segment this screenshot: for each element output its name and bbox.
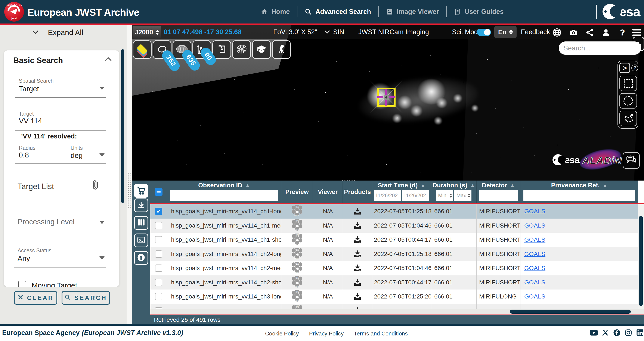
nav-user-guides[interactable]: User Guides — [447, 8, 511, 15]
download-product-button[interactable] — [343, 219, 372, 233]
sort-asc-icon[interactable]: ▲ — [603, 182, 608, 188]
collapse-icon[interactable] — [104, 57, 112, 62]
nav-home[interactable]: Home — [253, 8, 297, 15]
stepper-icon[interactable] — [468, 194, 470, 198]
table-row[interactable]: hlsp_goals_jwst_miri-mrs_vv114_ch2-short… — [150, 275, 638, 290]
share-icon[interactable] — [585, 28, 594, 37]
download-product-button[interactable] — [343, 233, 372, 247]
duration-max-filter[interactable] — [454, 190, 468, 201]
help-circle-icon[interactable]: ? — [632, 64, 638, 71]
education-mode-button[interactable] — [252, 40, 271, 59]
panel-open-button[interactable]: > — [620, 63, 630, 73]
dropdown-arrow-icon[interactable] — [100, 256, 104, 260]
preview-thumbnail[interactable]: NOT AVAILABLE — [282, 275, 313, 290]
column-observation-id[interactable]: Observation ID▲ — [167, 181, 282, 203]
select-rectangle-button[interactable] — [620, 76, 637, 91]
terms-link[interactable]: Terms and Conditions — [354, 330, 408, 337]
units-select[interactable]: deg — [70, 151, 83, 160]
chevron-down-icon[interactable] — [324, 30, 330, 35]
feedback-chat-button[interactable] — [622, 152, 640, 169]
table-vertical-scrollbar-track[interactable] — [638, 204, 644, 309]
target-input[interactable] — [19, 117, 100, 125]
sidebar-resize-handle[interactable] — [128, 172, 131, 209]
nav-advanced-search[interactable]: Advanced Search — [298, 8, 378, 15]
row-checkbox[interactable] — [155, 222, 162, 229]
download-product-button[interactable] — [343, 204, 372, 219]
table-row[interactable]: hlsp_goals_jwst_miri-mrs_vv114_ch2-long_… — [150, 247, 638, 261]
select-circle-button[interactable] — [620, 93, 637, 108]
paperclip-icon[interactable] — [91, 179, 100, 191]
observation-id-filter[interactable] — [170, 190, 278, 201]
preview-thumbnail[interactable]: NOT AVAILABLE — [282, 233, 313, 247]
row-checkbox[interactable] — [155, 279, 162, 286]
sci-mode-toggle[interactable] — [477, 29, 491, 36]
start-time-to-filter[interactable] — [402, 190, 429, 201]
provenance-link[interactable]: GOALS — [524, 236, 546, 243]
cookie-policy-link[interactable]: Cookie Policy — [265, 330, 299, 337]
download-product-button[interactable] — [343, 290, 372, 304]
provenance-link[interactable]: GOALS — [524, 208, 546, 215]
table-row[interactable]: hlsp_goals_jwst_miri-mrs_vv114_ch1-long_… — [150, 204, 638, 219]
feedback-link[interactable]: Feedback — [521, 25, 550, 39]
row-checkbox[interactable] — [155, 208, 162, 215]
help-icon[interactable]: ? — [618, 28, 627, 37]
clear-button[interactable]: CLEAR — [14, 291, 57, 305]
x-icon[interactable] — [601, 329, 609, 337]
contours-button[interactable] — [232, 40, 251, 59]
sidebar-scrollbar[interactable] — [121, 49, 124, 203]
provenance-link[interactable]: GOALS — [524, 279, 546, 286]
download-product-button[interactable] — [343, 304, 372, 309]
table-vertical-scrollbar[interactable] — [639, 216, 643, 306]
search-button[interactable]: SEARCH — [62, 291, 110, 305]
preview-thumbnail[interactable]: NOT AVAILABLE — [282, 290, 313, 304]
table-horizontal-scrollbar-track[interactable] — [150, 309, 644, 315]
table-row[interactable]: hlsp_goals_jwst_miri-mrs_vv114_ch1-mediu… — [150, 219, 638, 233]
spatial-search-select[interactable]: Target — [19, 85, 39, 93]
access-status-select[interactable]: Any — [18, 254, 30, 263]
frame-select[interactable]: J2000 — [132, 26, 161, 39]
sort-asc-icon[interactable]: ▲ — [510, 182, 515, 188]
dropdown-arrow-icon[interactable] — [100, 87, 104, 90]
preview-thumbnail[interactable]: NOT AVAILABLE — [282, 219, 313, 233]
facebook-icon[interactable] — [613, 329, 621, 337]
row-checkbox[interactable] — [155, 265, 162, 272]
dropdown-arrow-icon[interactable] — [100, 153, 104, 157]
table-row[interactable]: hlsp_goals_jwst_miri-mrs_vv114_ch3-long_… — [150, 290, 638, 304]
preview-thumbnail[interactable]: NOT AVAILABLE — [282, 247, 313, 261]
select-all-checkbox[interactable] — [155, 188, 162, 196]
language-select[interactable]: En — [494, 26, 516, 38]
column-provenance[interactable]: Provenance Ref.▲ — [520, 181, 638, 203]
menu-icon[interactable] — [632, 28, 642, 37]
sky-search-input[interactable] — [564, 44, 644, 52]
sort-asc-icon[interactable]: ▲ — [470, 182, 475, 188]
aladin-sky-viewer[interactable]: J2000 01 07 47.498 -17 30 25.68 FoV: 3.0… — [132, 25, 644, 181]
nav-image-viewer[interactable]: Image Viewer — [379, 8, 446, 15]
provenance-link[interactable]: GOALS — [524, 222, 546, 229]
download-product-button[interactable] — [343, 261, 372, 275]
radius-input[interactable] — [19, 151, 53, 159]
provenance-filter[interactable] — [524, 190, 635, 201]
expand-all-button[interactable]: Expand All — [32, 28, 83, 37]
row-checkbox[interactable] — [155, 250, 162, 258]
sky-search-box[interactable] — [559, 41, 641, 55]
column-detector[interactable]: Detector▲ — [476, 181, 520, 203]
youtube-icon[interactable] — [590, 329, 598, 337]
privacy-policy-link[interactable]: Privacy Policy — [309, 330, 344, 337]
column-duration[interactable]: Duration (s)▲ — [431, 181, 476, 203]
telescope-button[interactable] — [272, 40, 291, 59]
download-product-button[interactable] — [343, 247, 372, 261]
table-horizontal-scrollbar[interactable] — [510, 310, 631, 314]
globe-icon[interactable] — [552, 28, 562, 37]
instagram-icon[interactable] — [624, 329, 632, 337]
layers-button[interactable] — [133, 40, 152, 59]
projection-select[interactable]: SIN — [333, 25, 344, 39]
processing-level-select[interactable]: Processing Level — [18, 218, 74, 226]
upload-button[interactable] — [134, 251, 148, 265]
download-product-button[interactable] — [343, 275, 372, 290]
user-icon[interactable] — [601, 28, 611, 37]
table-row[interactable]: NOT AVAILABLE — [150, 304, 638, 309]
duration-min-filter[interactable] — [436, 190, 449, 201]
row-checkbox[interactable] — [155, 307, 162, 309]
row-checkbox[interactable] — [155, 293, 162, 300]
download-results-button[interactable] — [134, 199, 148, 212]
